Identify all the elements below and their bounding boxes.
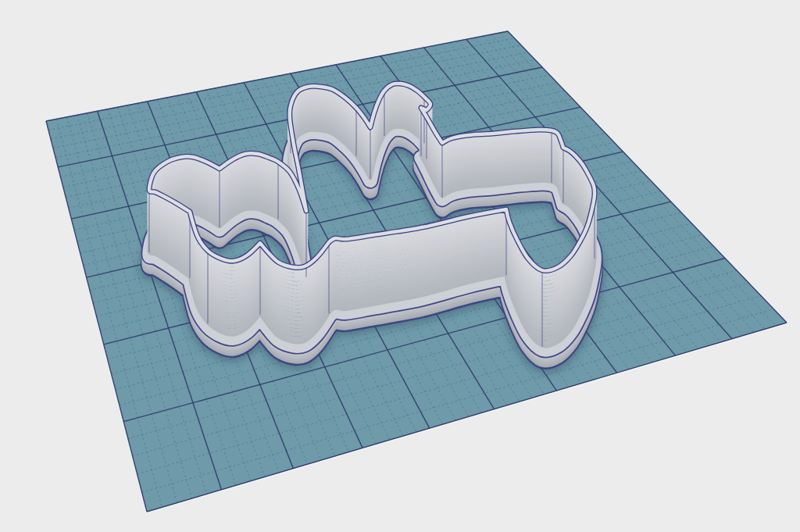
viewport-3d[interactable] <box>0 0 800 532</box>
scene-canvas[interactable] <box>0 0 800 532</box>
